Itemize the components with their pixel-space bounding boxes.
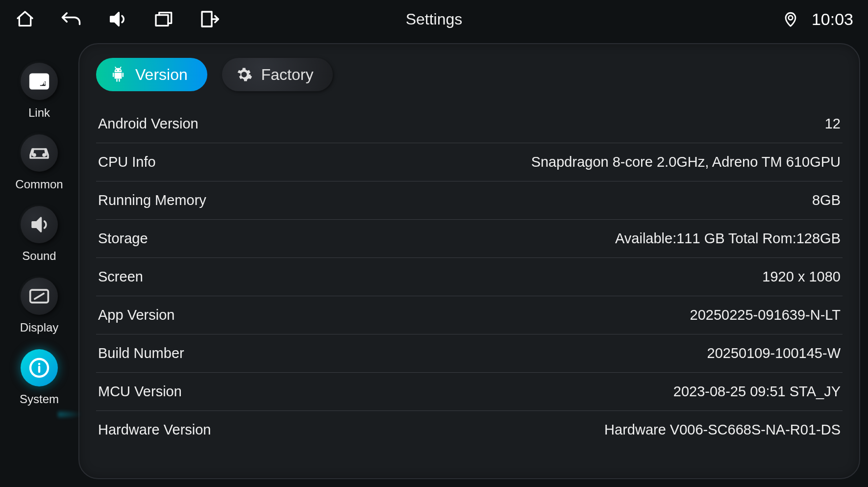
info-label: MCU Version [98,384,182,400]
exit-icon[interactable] [199,9,220,29]
top-bar: Settings 10:03 [0,0,868,38]
sidebar: Link Common Sound [0,43,78,479]
svg-point-7 [43,154,45,156]
recents-icon[interactable] [153,9,174,29]
info-label: App Version [98,307,174,323]
sidebar-item-label: Display [20,321,59,334]
cast-icon [28,72,50,91]
svg-rect-20 [119,79,120,82]
info-row-hardware-version[interactable]: Hardware Version Hardware V006-SC668S-NA… [96,411,843,449]
sidebar-item-link[interactable]: Link [21,63,58,120]
info-row-running-memory[interactable]: Running Memory 8GB [96,181,843,220]
info-value: 20250109-100145-W [707,345,841,361]
info-value: 8GB [812,192,841,208]
sidebar-item-label: Common [15,178,63,191]
tab-version[interactable]: Version [96,58,207,91]
info-row-android-version[interactable]: Android Version 12 [96,105,843,143]
info-label: CPU Info [98,154,156,170]
volume-icon [29,214,50,235]
sidebar-item-system[interactable]: System [20,349,59,406]
sidebar-item-label: System [20,392,59,406]
info-row-app-version[interactable]: App Version 20250225-091639-N-LT [96,296,843,334]
info-value: 12 [825,116,841,132]
svg-line-14 [115,67,116,69]
info-value: Hardware V006-SC668S-NA-R01-DS [604,422,841,438]
svg-rect-18 [123,73,124,77]
svg-rect-1 [202,12,212,26]
info-row-cpu-info[interactable]: CPU Info Snapdragon 8-core 2.0GHz, Adren… [96,143,843,181]
clock: 10:03 [812,10,853,29]
info-label: Running Memory [98,192,206,208]
info-row-build-number[interactable]: Build Number 20250109-100145-W [96,334,843,373]
tab-label: Version [135,66,188,84]
tabs: Version Factory [96,58,843,91]
info-value: 2023-08-25 09:51 STA_JY [673,384,841,400]
back-icon[interactable] [61,9,81,29]
info-value: 1920 x 1080 [762,269,841,285]
info-row-mcu-version[interactable]: MCU Version 2023-08-25 09:51 STA_JY [96,373,843,411]
sidebar-item-display[interactable]: Display [20,278,59,334]
info-label: Hardware Version [98,422,211,438]
display-icon [28,288,50,305]
sidebar-item-label: Sound [22,249,56,263]
content-panel: Version Factory Android Version 12 CPU I… [78,43,860,479]
svg-rect-16 [115,73,122,78]
svg-rect-0 [156,15,168,26]
svg-point-2 [789,16,793,20]
tab-factory[interactable]: Factory [222,58,333,91]
page-title: Settings [406,10,463,28]
sidebar-item-sound[interactable]: Sound [21,206,58,263]
info-label: Android Version [98,116,198,132]
svg-point-12 [116,70,117,71]
info-label: Build Number [98,345,184,361]
info-value: Snapdragon 8-core 2.0GHz, Adreno TM 610G… [531,154,841,170]
android-icon [110,66,126,83]
svg-point-6 [33,154,35,156]
info-label: Screen [98,269,143,285]
info-value: 20250225-091639-N-LT [690,307,841,323]
svg-rect-19 [116,79,117,82]
sidebar-item-label: Link [28,106,50,120]
volume-icon[interactable] [107,9,127,29]
location-icon[interactable] [780,9,801,29]
info-row-storage[interactable]: Storage Available:111 GB Total Rom:128GB [96,220,843,258]
svg-rect-17 [113,73,114,77]
info-label: Storage [98,231,148,247]
info-value: Available:111 GB Total Rom:128GB [615,231,841,247]
svg-point-13 [119,70,120,71]
info-icon [27,356,51,380]
tab-label: Factory [261,66,314,84]
sidebar-item-common[interactable]: Common [15,134,63,191]
info-row-screen[interactable]: Screen 1920 x 1080 [96,258,843,296]
home-icon[interactable] [15,9,35,29]
svg-line-15 [120,67,121,69]
gear-icon [236,66,252,83]
car-icon [27,145,51,161]
info-list: Android Version 12 CPU Info Snapdragon 8… [96,105,843,468]
